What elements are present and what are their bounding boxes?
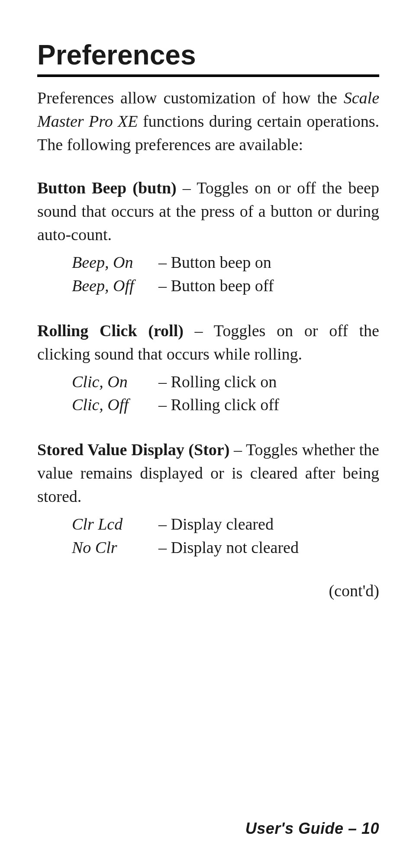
pref-option-value: – Display not cleared (158, 536, 379, 559)
pref-heading: Stored Value Display (Stor) (37, 440, 229, 459)
intro-text-pre: Preferences allow customization of how t… (37, 89, 344, 107)
title-rule (37, 74, 379, 77)
pref-option-row: Beep, Off – Button beep off (37, 274, 379, 298)
pref-option-row: Clic, Off – Rolling click off (37, 393, 379, 417)
pref-option-key: Beep, On (72, 251, 158, 274)
pref-option-value: – Button beep on (158, 251, 379, 274)
pref-option-value: – Display cleared (158, 513, 379, 536)
pref-description: Rolling Click (roll) – Toggles on or off… (37, 319, 379, 366)
pref-option-row: Clic, On – Rolling click on (37, 370, 379, 394)
page-title: Preferences (37, 39, 379, 71)
pref-description: Stored Value Display (Stor) – Toggles wh… (37, 438, 379, 508)
pref-block: Button Beep (butn) – Toggles on or off t… (37, 177, 379, 298)
pref-option-key: No Clr (72, 536, 158, 559)
pref-option-key: Beep, Off (72, 274, 158, 298)
pref-option-key: Clic, On (72, 370, 158, 394)
pref-option-row: No Clr – Display not cleared (37, 536, 379, 559)
continued-marker: (cont'd) (37, 581, 379, 600)
pref-option-value: – Rolling click off (158, 393, 379, 417)
pref-option-key: Clr Lcd (72, 513, 158, 536)
pref-block: Rolling Click (roll) – Toggles on or off… (37, 319, 379, 417)
page-content: Preferences Preferences allow customizat… (37, 39, 379, 820)
intro-paragraph: Preferences allow customization of how t… (37, 87, 379, 157)
pref-option-key: Clic, Off (72, 393, 158, 417)
pref-heading: Button Beep (butn) (37, 179, 177, 197)
pref-block: Stored Value Display (Stor) – Toggles wh… (37, 438, 379, 559)
pref-description: Button Beep (butn) – Toggles on or off t… (37, 177, 379, 247)
pref-option-row: Clr Lcd – Display cleared (37, 513, 379, 536)
pref-option-value: – Rolling click on (158, 370, 379, 394)
page-footer: User's Guide – 10 (37, 820, 379, 838)
pref-heading: Rolling Click (roll) (37, 321, 184, 340)
pref-option-value: – Button beep off (158, 274, 379, 298)
pref-option-row: Beep, On – Button beep on (37, 251, 379, 274)
document-page: Preferences Preferences allow customizat… (0, 0, 413, 868)
